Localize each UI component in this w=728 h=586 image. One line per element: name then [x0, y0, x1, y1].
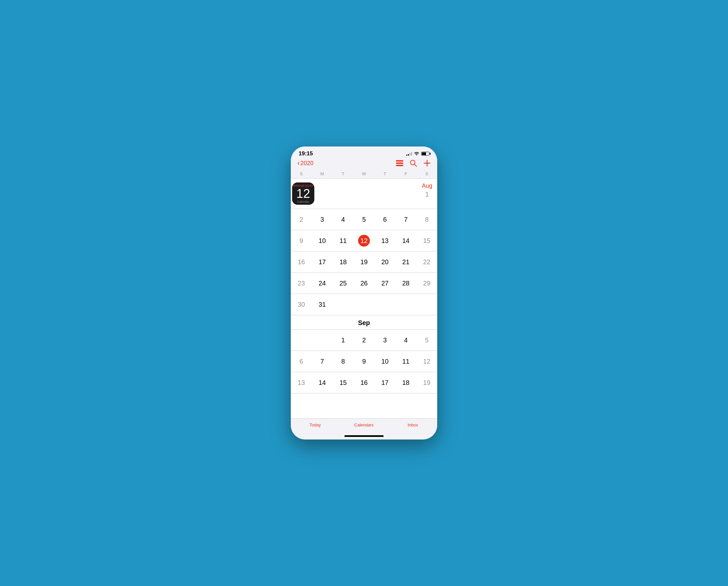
- sep-empty-m: [312, 333, 333, 347]
- empty-s: [416, 297, 437, 312]
- day-30[interactable]: 30: [291, 297, 312, 312]
- sep-day-2[interactable]: 2: [354, 333, 374, 347]
- tab-inbox[interactable]: Inbox: [399, 422, 426, 428]
- signal-bars-icon: [406, 152, 412, 156]
- week-row-aug-4: 16 17 18 19 20 21 22: [291, 251, 437, 273]
- sep-day-6[interactable]: 6: [291, 354, 312, 369]
- sep-day-16[interactable]: 16: [354, 375, 374, 390]
- sep-day-11[interactable]: 11: [395, 354, 416, 369]
- list-view-button[interactable]: [396, 160, 403, 166]
- day-3[interactable]: 3: [312, 212, 333, 227]
- empty-w: [354, 297, 374, 312]
- week-row-aug-6: 30 31: [291, 294, 437, 315]
- day-21[interactable]: 21: [395, 255, 416, 269]
- back-year-label: 2020: [300, 160, 313, 167]
- day-25[interactable]: 25: [333, 276, 354, 290]
- sep-day-14[interactable]: 14: [312, 375, 333, 390]
- day-29[interactable]: 29: [416, 276, 437, 290]
- aug-day-1[interactable]: 1: [425, 189, 429, 199]
- day-31[interactable]: 31: [312, 297, 333, 312]
- day-28[interactable]: 28: [395, 276, 416, 290]
- day-header-t2: T: [374, 171, 395, 177]
- day-2[interactable]: 2: [291, 212, 312, 227]
- day-headers: S M T W T F S: [291, 169, 437, 178]
- week-row-aug-3: 9 10 11 12 13 14 15: [291, 230, 437, 251]
- sep-day-17[interactable]: 17: [374, 375, 395, 390]
- app-icon-date: 12: [296, 187, 310, 200]
- day-10[interactable]: 10: [312, 234, 333, 248]
- week-row-sep-3: 13 14 15 16 17 18 19: [291, 372, 437, 393]
- august-label: Aug: [422, 182, 432, 189]
- app-icon[interactable]: Wednesday 12 Calendar: [292, 182, 314, 205]
- week-row-aug-2: 2 3 4 5 6 7 8: [291, 209, 437, 230]
- day-20[interactable]: 20: [374, 255, 395, 269]
- status-time: 19:15: [298, 150, 313, 157]
- sep-day-19[interactable]: 19: [416, 375, 437, 390]
- empty-t2: [374, 297, 395, 312]
- back-chevron-icon: ‹: [297, 160, 300, 167]
- tab-calendars[interactable]: Calendars: [351, 422, 377, 428]
- sep-day-13[interactable]: 13: [291, 375, 312, 390]
- svg-rect-2: [396, 165, 403, 166]
- status-icons: [406, 151, 430, 156]
- day-header-t1: T: [333, 171, 354, 177]
- day-header-m: M: [312, 171, 333, 177]
- day-8[interactable]: 8: [416, 212, 437, 227]
- search-button[interactable]: [410, 160, 417, 167]
- tab-inbox-label: Inbox: [408, 422, 418, 428]
- day-header-s1: S: [291, 171, 312, 177]
- september-header: Sep: [291, 315, 437, 329]
- day-5[interactable]: 5: [354, 212, 374, 227]
- day-4[interactable]: 4: [333, 212, 354, 227]
- day-26[interactable]: 26: [354, 276, 374, 290]
- sep-day-7[interactable]: 7: [312, 354, 333, 369]
- tab-bar: Today Calendars Inbox: [291, 418, 437, 434]
- nav-icons: [396, 160, 431, 167]
- sep-day-9[interactable]: 9: [354, 354, 374, 369]
- sep-day-12[interactable]: 12: [416, 354, 437, 369]
- week-row-sep-2: 6 7 8 9 10 11 12: [291, 351, 437, 372]
- sep-day-3[interactable]: 3: [374, 333, 395, 347]
- app-icon-label: Calendar: [297, 200, 309, 203]
- sep-day-5[interactable]: 5: [416, 333, 437, 347]
- day-17[interactable]: 17: [312, 255, 333, 269]
- sep-day-18[interactable]: 18: [395, 375, 416, 390]
- tab-today-label: Today: [309, 422, 321, 428]
- tab-calendars-label: Calendars: [354, 422, 373, 428]
- day-6[interactable]: 6: [374, 212, 395, 227]
- sep-day-1[interactable]: 1: [333, 333, 354, 347]
- day-18[interactable]: 18: [333, 255, 354, 269]
- empty-f: [395, 297, 416, 312]
- signal-bar-2: [408, 154, 409, 156]
- day-14[interactable]: 14: [395, 234, 416, 248]
- sep-day-10[interactable]: 10: [374, 354, 395, 369]
- svg-line-5: [414, 164, 417, 167]
- battery-icon: [421, 152, 430, 156]
- day-23[interactable]: 23: [291, 276, 312, 290]
- day-15[interactable]: 15: [416, 234, 437, 248]
- day-13[interactable]: 13: [374, 234, 395, 248]
- sep-day-4[interactable]: 4: [395, 333, 416, 347]
- sep-day-15[interactable]: 15: [333, 375, 354, 390]
- signal-bar-3: [410, 153, 410, 156]
- day-header-w: W: [354, 171, 374, 177]
- tab-today[interactable]: Today: [302, 422, 329, 428]
- day-24[interactable]: 24: [312, 276, 333, 290]
- week-row-aug-5: 23 24 25 26 27 28 29: [291, 273, 437, 294]
- day-22[interactable]: 22: [416, 255, 437, 269]
- back-button[interactable]: ‹ 2020: [297, 160, 313, 167]
- svg-rect-3: [396, 160, 399, 162]
- day-27[interactable]: 27: [374, 276, 395, 290]
- day-16[interactable]: 16: [291, 255, 312, 269]
- day-12-today[interactable]: 12: [354, 234, 374, 248]
- day-11[interactable]: 11: [333, 234, 354, 248]
- day-7[interactable]: 7: [395, 212, 416, 227]
- battery-fill: [422, 152, 426, 155]
- day-19[interactable]: 19: [354, 255, 374, 269]
- day-9[interactable]: 9: [291, 234, 312, 248]
- day-header-s2: S: [416, 171, 437, 177]
- calendar-body: Wednesday 12 Calendar Aug 1: [291, 178, 437, 418]
- wifi-icon: [414, 151, 419, 156]
- sep-day-8[interactable]: 8: [333, 354, 354, 369]
- add-event-button[interactable]: [423, 160, 431, 167]
